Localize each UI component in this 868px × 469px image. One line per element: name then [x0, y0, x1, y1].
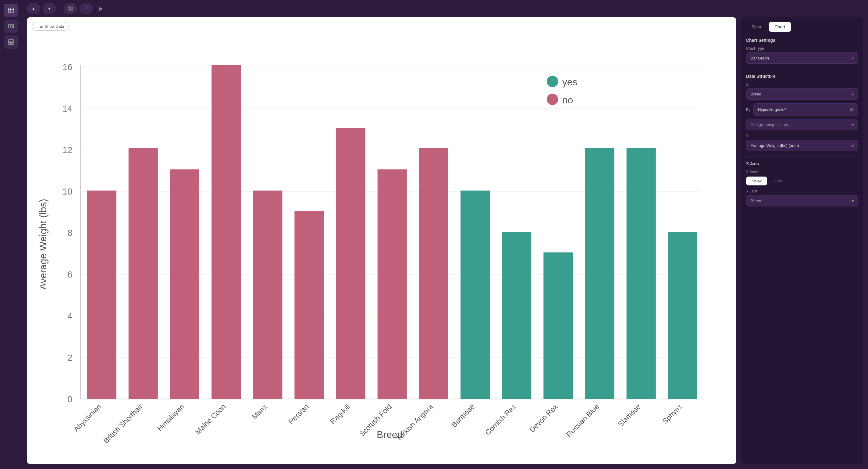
bar-burmese [461, 190, 490, 399]
bar-maine-coon [212, 65, 241, 399]
svg-text:12: 12 [62, 145, 72, 155]
x-chevron: ▾ [852, 92, 854, 96]
chart-type-chevron: ▾ [852, 56, 854, 60]
bar-russian-blue [585, 148, 614, 399]
more-button[interactable]: ⋮ [80, 3, 93, 14]
bar-sphynx [668, 232, 697, 399]
by-row: By Hypoallergenic? ⊗ [746, 104, 858, 116]
hide-toggle[interactable]: Hide [768, 177, 787, 185]
left-sidebar [0, 0, 22, 469]
bar-chart-svg: Average Weight (lbs) 0 2 4 6 8 10 [32, 33, 732, 455]
tab-row: Data Chart [746, 22, 858, 32]
svg-text:Persian: Persian [287, 402, 310, 426]
svg-text:Ragdoll: Ragdoll [328, 402, 352, 426]
svg-text:British Shorthair: British Shorthair [101, 402, 144, 445]
bar-cornish-rex [502, 232, 531, 399]
x-label: X [746, 82, 858, 87]
eye-button[interactable] [64, 3, 77, 14]
bar-ragdoll [336, 128, 365, 399]
x-value: Breed [751, 92, 761, 96]
legend-no-dot [547, 94, 558, 105]
add-grouping-chevron: ▾ [852, 123, 854, 127]
x-axis-title: X Axis [746, 161, 858, 166]
bar-siamese [627, 148, 656, 399]
by-select[interactable]: Hypoallergenic? ⊗ [753, 104, 858, 116]
y-label: Y [746, 134, 858, 138]
tab-data[interactable]: Data [746, 22, 768, 32]
svg-point-11 [69, 8, 71, 9]
sidebar-layout-btn[interactable] [4, 35, 18, 49]
bar-manx [253, 190, 282, 399]
bar-himalayan [170, 169, 199, 399]
x-label-chevron: ▾ [852, 199, 854, 203]
svg-text:2: 2 [67, 353, 72, 362]
x-label-title: X Label [746, 189, 858, 193]
svg-text:Burmese: Burmese [450, 402, 476, 429]
svg-text:14: 14 [62, 104, 72, 113]
toolbar-separator [60, 5, 60, 12]
show-data-label: Show Data [45, 24, 64, 29]
svg-text:Himalayan: Himalayan [155, 402, 186, 432]
svg-text:Sphynx: Sphynx [661, 402, 684, 426]
up-button[interactable]: ▲ [27, 3, 40, 14]
bar-scottish-fold [378, 169, 407, 399]
svg-text:Maine Coon: Maine Coon [193, 402, 227, 436]
legend-yes-dot [547, 76, 558, 87]
divider-2 [746, 156, 858, 156]
x-axis-section: X Axis X Scale Show Hide X Label Breed ▾ [746, 161, 858, 206]
legend-yes-label: yes [562, 77, 578, 88]
x-scale-toggle-row: Show Hide [746, 177, 858, 185]
divider-1 [746, 68, 858, 69]
svg-text:10: 10 [62, 186, 72, 196]
svg-text:4: 4 [67, 311, 72, 321]
y-chevron: ▾ [852, 144, 854, 148]
svg-text:0: 0 [67, 394, 72, 404]
show-toggle[interactable]: Show [746, 177, 767, 185]
by-clear-icon[interactable]: ⊗ [850, 107, 854, 113]
svg-text:6: 6 [67, 269, 72, 279]
chart-type-select[interactable]: Bar Graph ▾ [746, 53, 858, 64]
svg-point-10 [68, 7, 73, 10]
x-label-value: Breed [751, 199, 761, 203]
sidebar-table-btn[interactable] [4, 4, 18, 17]
tab-chart[interactable]: Chart [769, 22, 791, 32]
svg-text:16: 16 [62, 62, 72, 72]
chart-type-value: Bar Graph [751, 56, 769, 60]
chart-container: Average Weight (lbs) 0 2 4 6 8 10 [32, 33, 732, 455]
svg-text:Average Weight (lbs): Average Weight (lbs) [37, 199, 49, 290]
x-label-select[interactable]: Breed ▾ [746, 195, 858, 206]
x-scale-label: X Scale [746, 170, 858, 174]
svg-rect-4 [8, 24, 10, 28]
by-label: By [746, 108, 750, 112]
by-value: Hypoallergenic? [758, 107, 786, 112]
bar-turkish-angora [419, 148, 448, 399]
data-structure-title: Data Structure [746, 74, 858, 79]
svg-rect-5 [11, 24, 12, 28]
svg-rect-6 [13, 24, 13, 28]
toolbar: ▲ ▼ ⋮ ▶ [22, 0, 868, 17]
svg-rect-9 [11, 42, 13, 45]
svg-text:Breed: Breed [377, 429, 403, 440]
svg-text:Siamese: Siamese [616, 402, 642, 428]
sidebar-column-btn[interactable] [4, 20, 18, 33]
add-grouping-select[interactable]: Add grouping column... ▾ [746, 119, 858, 130]
bar-abyssinian [87, 190, 117, 399]
y-value: Average Weight (lbs) (auto) [751, 143, 799, 148]
svg-text:Manx: Manx [250, 402, 269, 421]
main-area: ▲ ▼ ⋮ ▶ › ☰ Show Data Average Weight ( [22, 0, 868, 469]
legend-no-label: no [562, 94, 573, 106]
svg-rect-8 [8, 42, 11, 45]
right-panel: Data Chart Chart Settings Chart Type Bar… [741, 17, 863, 464]
show-data-button[interactable]: › ☰ Show Data [32, 22, 69, 31]
svg-text:Abyssinian: Abyssinian [72, 402, 103, 433]
chart-panel: › ☰ Show Data Average Weight (lbs) 0 2 [27, 17, 736, 464]
y-select[interactable]: Average Weight (lbs) (auto) ▾ [746, 140, 858, 151]
bar-persian [294, 211, 324, 399]
x-select[interactable]: Breed ▾ [746, 88, 858, 100]
svg-text:Cornish Rex: Cornish Rex [484, 402, 518, 437]
bar-british-shorthair [129, 148, 158, 399]
down-button[interactable]: ▼ [43, 3, 56, 14]
svg-rect-7 [8, 40, 13, 42]
play-button[interactable]: ▶ [95, 3, 106, 14]
bar-devon-rex [544, 253, 573, 399]
